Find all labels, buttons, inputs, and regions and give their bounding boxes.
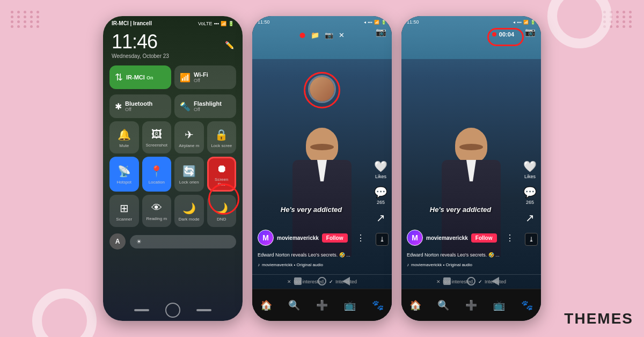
edit-icon[interactable]: ✏️ (225, 41, 234, 49)
nav-inbox[interactable]: 📺 (344, 299, 356, 311)
music-info-2: ♪ moviemaverickk • Original audio (407, 262, 519, 267)
reading-icon: 👁 (151, 202, 162, 214)
nav-search[interactable]: 🔍 (288, 299, 300, 311)
mute-tile[interactable]: 🔔 Mute (109, 121, 139, 153)
music-text-2: moviemaverickk • Original audio (411, 262, 472, 267)
screen-rec-tile[interactable]: ⏺ Screen Rec (207, 157, 237, 192)
video-save-button[interactable]: ⤓ (376, 233, 389, 246)
music-note-icon-2: ♪ (407, 262, 409, 267)
lock-orient-tile[interactable]: 🔄 Lock orien (174, 157, 204, 192)
mute-icon: 🔔 (118, 128, 131, 141)
bluetooth-tile[interactable]: ✱ Bluetooth Off (109, 94, 171, 118)
more-options-icon[interactable]: ⋮ (356, 233, 365, 243)
hotspot-label: Hotspot (116, 180, 131, 185)
dark-mode-tile[interactable]: 🌙 Dark mode (174, 195, 204, 227)
nav-home-2[interactable]: 🏠 (409, 299, 421, 311)
music-note-icon: ♪ (258, 262, 260, 267)
nav-create-2[interactable]: ➕ (465, 299, 477, 311)
folder-icon[interactable]: 📁 (311, 31, 319, 39)
network-tile[interactable]: ⇅ IR-MCI On (109, 65, 171, 89)
scanner-icon: ⊞ (120, 202, 129, 215)
person-figure (287, 128, 357, 267)
wifi-tile[interactable]: 📶 Wi-Fi Off (174, 65, 236, 89)
lock-screen-tile[interactable]: 🔒 Lock scree (207, 121, 237, 153)
nav-profile[interactable]: 🐾 (372, 299, 384, 311)
tiktok-status-bar-2: 11:50 ◂▪▪▪📶🔋 (401, 16, 541, 28)
nav-home-button[interactable] (165, 303, 180, 318)
right-actions: 🤍 Likes 💬 265 ↗ (374, 160, 387, 224)
comments-action-2[interactable]: 💬 265 (523, 186, 537, 205)
status-icons-2: ◂▪▪▪📶🔋 (513, 20, 536, 25)
hotspot-tile[interactable]: 📡 Hotspot (109, 157, 139, 192)
location-tile[interactable]: 📍 Location (142, 157, 172, 192)
network-name: IR-MCI (126, 74, 145, 80)
video-caption-2: He's very addicted (401, 206, 519, 214)
nav-back-button[interactable] (134, 309, 149, 311)
interested-label: Interested (335, 279, 357, 284)
person-collar (314, 160, 330, 181)
rec-dot (300, 33, 305, 38)
creator-username-2: moviemaverickk (426, 235, 468, 241)
cam-switch-icon[interactable]: 📷 (325, 31, 333, 39)
dnd-tile[interactable]: 🌙 DND (207, 195, 237, 227)
airplane-label: Airplane m (179, 143, 199, 148)
interested-button-2[interactable]: ✓ Interested (478, 279, 506, 284)
likes-action-2[interactable]: 🤍 Likes (523, 160, 537, 179)
nav-recent-button[interactable] (196, 309, 211, 311)
themes-watermark: THEMES (564, 310, 633, 327)
x-icon: ✕ (287, 279, 291, 284)
not-interested-button-2[interactable]: ✕ Not interested (436, 279, 473, 284)
bluetooth-label: Bluetooth (125, 100, 152, 107)
camera-face (310, 77, 334, 101)
video-save-button-2[interactable]: ⤓ (525, 233, 538, 246)
camera-icon[interactable]: 📷 (376, 27, 386, 37)
scanner-tile[interactable]: ⊞ Scanner (109, 195, 139, 227)
grid-row2: 📡 Hotspot 📍 Location 🔄 Lock orien ⏺ Scre… (103, 157, 243, 195)
reading-mode-tile[interactable]: 👁 Reading m (142, 195, 172, 227)
bottom-navbar-2: 🏠 🔍 ➕ 📺 🐾 (401, 289, 541, 321)
wifi-icon: 📶 (180, 72, 191, 83)
interested-button[interactable]: ✓ Interested (329, 279, 357, 284)
tiktok-top-icons: 📷 (376, 27, 386, 37)
share-action-2[interactable]: ↗ (525, 211, 535, 224)
more-options-icon-2[interactable]: ⋮ (506, 233, 514, 243)
follow-button[interactable]: Follow (322, 233, 348, 243)
interests-row: ✕ Not interested ✓ Interested (252, 274, 392, 284)
home-icon-2: 🏠 (409, 299, 421, 311)
reading-label: Reading m (146, 216, 167, 221)
lock-label: Lock scree (211, 143, 232, 148)
wifi-sub: Off (194, 78, 208, 83)
not-interested-button[interactable]: ✕ Not interested (287, 279, 324, 284)
nav-home[interactable]: 🏠 (260, 299, 272, 311)
nav-search-2[interactable]: 🔍 (437, 299, 449, 311)
flashlight-tile[interactable]: 🔦 Flashlight Off (174, 94, 236, 118)
search-box[interactable]: ☀ (130, 235, 236, 248)
carrier-text: IR-MCI | Irancell (112, 20, 152, 26)
comments-action[interactable]: 💬 265 (374, 186, 387, 205)
not-interested-label-2: Not interested (443, 279, 473, 284)
share-action[interactable]: ↗ (376, 211, 385, 224)
close-recording-icon[interactable]: ✕ (339, 31, 345, 39)
comment-icon: 💬 (374, 186, 387, 199)
second-tiles: ✱ Bluetooth Off 🔦 Flashlight Off (103, 92, 243, 121)
clock-display: 11:46 (112, 31, 169, 53)
screenshot-tile[interactable]: 🖼 Screenshot (142, 121, 172, 153)
wifi-label: Wi-Fi (194, 71, 208, 78)
lock-orient-icon: 🔄 (182, 165, 196, 178)
creator-avatar: M (258, 230, 274, 246)
status-bar: IR-MCI | Irancell VoLTE ▪▪▪ 📶 🔋 (103, 16, 243, 28)
grid-row1: 🔔 Mute 🖼 Screenshot ✈ Airplane m 🔒 Lock … (103, 121, 243, 157)
camera-icon-2[interactable]: 📷 (525, 27, 536, 37)
music-text: moviemaverickk • Original audio (262, 262, 323, 267)
airplane-tile[interactable]: ✈ Airplane m (174, 121, 204, 153)
nav-create[interactable]: ➕ (316, 299, 328, 311)
nav-inbox-2[interactable]: 📺 (493, 299, 505, 311)
comments-count: 265 (377, 200, 385, 205)
screen-rec-icon: ⏺ (216, 163, 227, 175)
rec-time-display: 00:04 (499, 31, 514, 38)
nav-profile-2[interactable]: 🐾 (521, 299, 533, 311)
likes-action[interactable]: 🤍 Likes (374, 160, 387, 179)
follow-button-2[interactable]: Follow (471, 233, 497, 243)
recording-controls[interactable]: 📁 📷 ✕ (300, 31, 345, 39)
user-info-row-2: M moviemaverickk Follow ⋮ (401, 230, 519, 246)
